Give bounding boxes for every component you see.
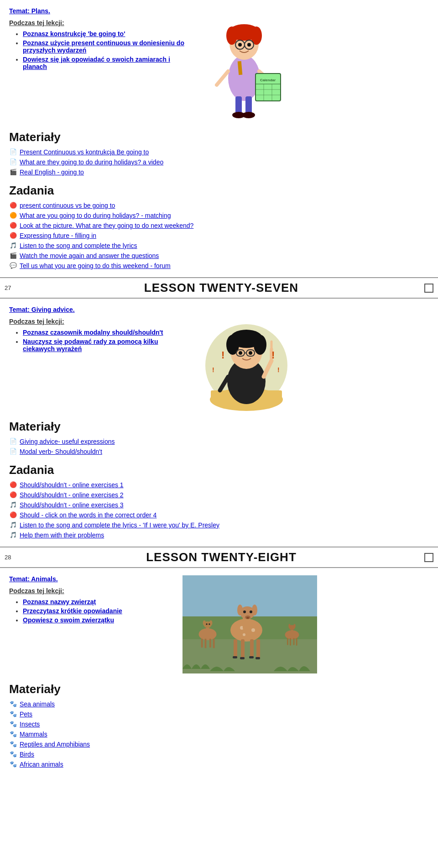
svg-rect-66 [233,656,237,658]
material-link[interactable]: Real English - going to [20,168,84,176]
list-item: 🐾 African animals [9,760,429,768]
svg-point-59 [250,610,252,613]
material-link[interactable]: African animals [20,761,63,768]
lesson-26-content: Temat: Plans. Podczas tej lekcji: Poznas… [0,0,438,277]
lesson-27-bullet-2-link[interactable]: Nauczysz się podawać rady za pomocą kilk… [23,338,158,352]
svg-rect-86 [287,638,288,645]
lesson-28-bullet-3-link[interactable]: Opowiesz o swoim zwierzątku [23,616,114,624]
svg-rect-79 [209,639,211,648]
lesson-26-bullet-1-link[interactable]: Poznasz konstrukcję 'be going to' [23,30,125,37]
zadanie-link[interactable]: Help them with their problems [20,531,104,539]
material-link[interactable]: Sea animals [20,700,55,708]
svg-rect-88 [293,638,295,645]
list-item: 🐾 Insects [9,720,429,728]
forum-icon: 💬 [9,262,17,270]
lesson-28-title: LESSON TWENTY-EIGHT [18,550,424,564]
svg-point-3 [226,26,237,45]
svg-point-53 [243,633,245,636]
zadanie-link[interactable]: Should - click on the words in the corre… [20,511,156,519]
lesson-26-image: Calendar [196,7,287,123]
lesson-27-materialy-title: Materiały [9,420,429,434]
animal-icon: 🐾 [9,700,17,708]
lesson-26-bullet-2-link[interactable]: Poznasz użycie present continuous w doni… [23,39,184,54]
lesson-27-block: Temat: Giving advice. Podczas tej lekcji… [0,299,438,547]
svg-rect-62 [234,639,237,658]
material-link[interactable]: Reptiles and Amphibians [20,741,90,748]
lesson-27-zadania-section: Zadania 🔴 Should/shouldn't - online exer… [9,463,429,539]
svg-rect-71 [206,628,209,635]
svg-point-36 [239,351,242,355]
lesson-28-bullet-2-link[interactable]: Przeczytasz krótkie opowiadanie [23,607,122,615]
zadanie-link[interactable]: Look at the picture. What are they going… [20,222,193,229]
svg-point-56 [237,605,243,615]
zadanie-link[interactable]: Should/shouldn't - online exercises 1 [20,481,124,489]
zadanie-link[interactable]: present continuous vs be going to [20,202,115,209]
lesson-28-number: 28 [5,554,18,561]
material-link[interactable]: Present Continuous vs kontrukcja Be goin… [20,148,149,156]
material-link[interactable]: Modal verb- Should/shouldn't [20,448,102,455]
svg-text:!: ! [271,349,275,361]
svg-point-57 [252,605,257,615]
video-icon: 🎬 [9,168,17,176]
lesson-27-zadania-list: 🔴 Should/shouldn't - online exercises 1 … [9,481,429,539]
zadanie-link[interactable]: Listen to the song and complete the lyri… [20,242,137,249]
lesson-27-temat: Temat: Giving advice. [9,306,187,313]
lesson-27-bullets: Poznasz czasownik modalny should/shouldn… [23,329,187,352]
zadanie-link[interactable]: Expressing future - filling in [20,232,96,239]
list-item: 🔴 Expressing future - filling in [9,231,429,240]
lesson-27-checkbox[interactable] [424,284,433,293]
material-link[interactable]: Pets [20,710,32,718]
lesson-26-materialy-title: Materiały [9,130,429,144]
zadanie-link[interactable]: What are you going to do during holidays… [20,212,171,219]
list-item: 📄 Modal verb- Should/shouldn't [9,447,429,456]
quiz-icon: 🔴 [9,491,17,499]
list-item: 🐾 Birds [9,750,429,758]
svg-text:Calendar: Calendar [260,78,276,82]
material-link[interactable]: What are they going to do during holiday… [20,158,163,166]
lesson-27-content: Temat: Giving advice. Podczas tej lekcji… [0,299,438,547]
svg-rect-78 [205,639,207,648]
lesson-28-content: Temat: Animals. Podczas tej lekcji: Pozn… [0,568,438,776]
zadanie-link[interactable]: Watch the movie again and answer the que… [20,252,159,259]
svg-text:!: ! [221,349,224,361]
lesson-26-zadania-list: 🔴 present continuous vs be going to 🟠 Wh… [9,201,429,270]
zadanie-link[interactable]: Listen to the song and complete the lyri… [20,521,219,529]
lesson-26-bullet-2: Poznasz użycie present continuous w doni… [23,39,187,54]
lesson-28-bullets: Poznasz nazwy zwierząt Przeczytasz krótk… [23,598,178,624]
lesson-28-checkbox[interactable] [424,553,433,562]
list-item: 📄 Giving advice- useful expressions [9,437,429,446]
document-icon: 📄 [9,447,17,456]
list-item: 🎵 Listen to the song and complete the ly… [9,242,429,250]
material-link[interactable]: Mammals [20,731,47,738]
lesson-27-materialy-section: Materiały 📄 Giving advice- useful expres… [9,420,429,456]
lesson-26-temat-link[interactable]: Temat: Plans. [9,7,50,15]
list-item: 🔴 Should - click on the words in the cor… [9,511,429,519]
material-link[interactable]: Insects [20,721,40,728]
song-icon: 🎵 [9,501,17,509]
list-item: 🎵 Listen to the song and complete the ly… [9,521,429,529]
lesson-28-bullet-1-link[interactable]: Poznasz nazwy zwierząt [23,598,96,605]
svg-point-52 [251,628,255,632]
lesson-26-temat: Temat: Plans. [9,7,187,15]
lesson-27-temat-link[interactable]: Temat: Giving advice. [9,306,75,313]
list-item: 🔴 Look at the picture. What are they goi… [9,221,429,230]
lesson-28-image [182,575,317,675]
material-link[interactable]: Birds [20,751,34,758]
svg-point-76 [209,623,210,625]
lesson-26-zadania-section: Zadania 🔴 present continuous vs be going… [9,184,429,270]
lesson-27-number: 27 [5,284,18,291]
animal-icon: 🐾 [9,760,17,768]
material-link[interactable]: Giving advice- useful expressions [20,438,115,445]
lesson-26-bullet-3-link[interactable]: Dowiesz się jak opowiadać o swoich zamia… [23,56,170,70]
document-icon: 📄 [9,148,17,156]
animal-icon: 🐾 [9,720,17,728]
svg-point-9 [247,43,251,47]
zadanie-link[interactable]: Tell us what you are going to do this we… [20,262,171,269]
zadanie-link[interactable]: Should/shouldn't - online exercises 2 [20,491,124,499]
zadanie-link[interactable]: Should/shouldn't - online exercises 3 [20,501,124,509]
lesson-28-materialy-section: Materiały 🐾 Sea animals 🐾 Pets 🐾 Insects… [9,682,429,768]
lesson-27-bullet-1-link[interactable]: Poznasz czasownik modalny should/shouldn… [23,329,163,336]
animal-icon: 🐾 [9,750,17,758]
lesson-28-temat-link[interactable]: Temat: Animals. [9,575,58,583]
svg-rect-68 [249,656,254,658]
